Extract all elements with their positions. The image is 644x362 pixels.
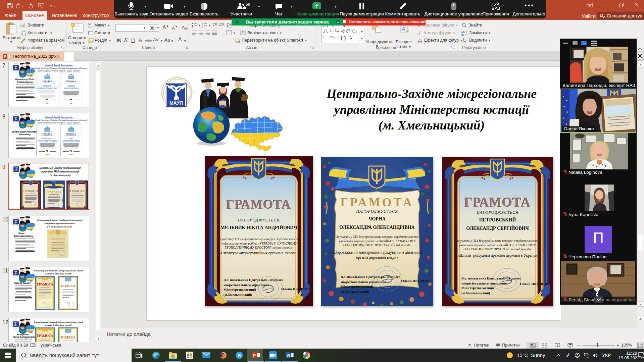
svg-text:Бабальських Анастасія: Бабальських Анастасія [12, 131, 38, 133]
svg-text:ПОДЯКА: ПОДЯКА [43, 133, 52, 135]
svg-text:ПОДЯКА: ПОДЯКА [61, 284, 76, 288]
svg-text:ПОДЯКА: ПОДЯКА [66, 133, 76, 135]
svg-text:W: W [287, 353, 291, 358]
svg-text:Мазурій Сергій Васильович: Мазурій Сергій Васильович [45, 64, 73, 66]
svg-text:А: А [182, 24, 185, 30]
svg-text:АВСЕЮК: АВСЕЮК [67, 85, 75, 87]
svg-text:КОВАЛЬЧУК: КОВАЛЬЧУК [42, 138, 53, 140]
svg-text:ТКАЧ: ТКАЧ [69, 138, 73, 140]
svg-text:Хмельницький міський Центр со: Хмельницький міський Центр соціальних сл… [33, 321, 83, 323]
svg-text:Народний депутат України, Голо: Народний депутат України, Голова Хмельни… [31, 67, 87, 69]
svg-text:вторинної правової допомоги: вторинної правової допомоги [45, 222, 75, 225]
svg-text:22: 22 [641, 355, 644, 358]
svg-text:Мазурій Сергій Васильович: Мазурій Сергій Васильович [45, 116, 73, 118]
svg-text:ЮРІЙ ОЛЕКСАНДРОВИЧ: ЮРІЙ ОЛЕКСАНДРОВИЧ [37, 87, 58, 89]
svg-text:Центрально-Західне міжрегіонал: Центрально-Західне міжрегіональне [39, 166, 81, 169]
svg-text:організації політичної партії: організації політичної партії «Слуга нар… [38, 70, 81, 72]
svg-text:для сімʼї, дітей та молоді: для сімʼї, дітей та молоді [45, 272, 72, 275]
svg-text:ГРАМОТА: ГРАМОТА [46, 190, 61, 194]
svg-text:ПОДЯКА: ПОДЯКА [61, 335, 76, 339]
svg-text:{: { [341, 35, 343, 40]
svg-text:АНАСТАСІЇ РОМАНІВНІ: АНАСТАСІЇ РОМАНІВНІ [38, 140, 57, 142]
svg-text:Романівну: Романівну [19, 133, 31, 136]
svg-text:ГРАМОТА: ГРАМОТА [37, 334, 53, 338]
svg-text:(м. Хмельницький): (м. Хмельницький) [50, 174, 71, 177]
svg-text:}: } [344, 35, 346, 40]
svg-text:ГРАМОТА: ГРАМОТА [70, 189, 85, 193]
svg-text:організації політичної партії: організації політичної партії «Слуга нар… [38, 122, 81, 124]
svg-text:A: A [401, 26, 405, 32]
svg-text:у Хмельницькій області: у Хмельницькій області [47, 225, 72, 228]
svg-text:Сіваєву Кирилу: Сіваєву Кирилу [14, 282, 31, 285]
svg-text:S: S [238, 353, 241, 358]
svg-text:Білик: Білик [18, 232, 25, 235]
svg-text:ОКСАНІ МИХАЙЛІВНІ: ОКСАНІ МИХАЙЛІВНІ [62, 140, 80, 142]
svg-text:ГРАМОТА: ГРАМОТА [37, 282, 53, 286]
svg-text:Регіональний центр з надання: Регіональний центр з надання безоплатної [37, 219, 83, 221]
svg-text:ac: ac [461, 33, 464, 36]
svg-text:Бучковську Лілію: Бучковську Лілію [15, 78, 35, 81]
svg-text:управління Міністерства юстиці: управління Міністерства юстиції [41, 170, 80, 173]
svg-text:P: P [4, 55, 6, 59]
svg-text:Діану Миколаївну: Діану Миколаївну [14, 235, 33, 238]
svg-text:P: P [253, 353, 256, 358]
svg-text:для сімʼї, дітей та молоді: для сімʼї, дітей та молоді [45, 324, 72, 326]
svg-text:3: 3 [202, 26, 203, 28]
svg-text:Юлію Володимирівну: Юлію Володимирівну [13, 336, 37, 339]
svg-text:Олександрівну: Олександрівну [17, 81, 33, 84]
svg-text:АЛІНІ ВАЛЕРІЇВНІ: АЛІНІ ВАЛЕРІЇВНІ [64, 87, 79, 89]
svg-text:ГРАМОТА: ГРАМОТА [50, 238, 65, 241]
svg-text:ЛУЦЬКИЙ: ЛУЦЬКИЙ [43, 85, 52, 87]
svg-text:ПОДЯКА: ПОДЯКА [66, 80, 76, 83]
svg-text:ПОДЯКА: ПОДЯКА [43, 80, 52, 83]
svg-text:ГРАМОТА: ГРАМОТА [23, 189, 38, 193]
svg-text:Народний депутат України, Голо: Народний депутат України, Голова Хмельни… [31, 119, 87, 121]
svg-text:Хмельницький міський Центр со: Хмельницький міський Центр соціальних сл… [33, 269, 83, 272]
svg-text:МАУП: МАУП [169, 100, 183, 106]
svg-text:Кондратюк: Кондратюк [17, 333, 29, 336]
